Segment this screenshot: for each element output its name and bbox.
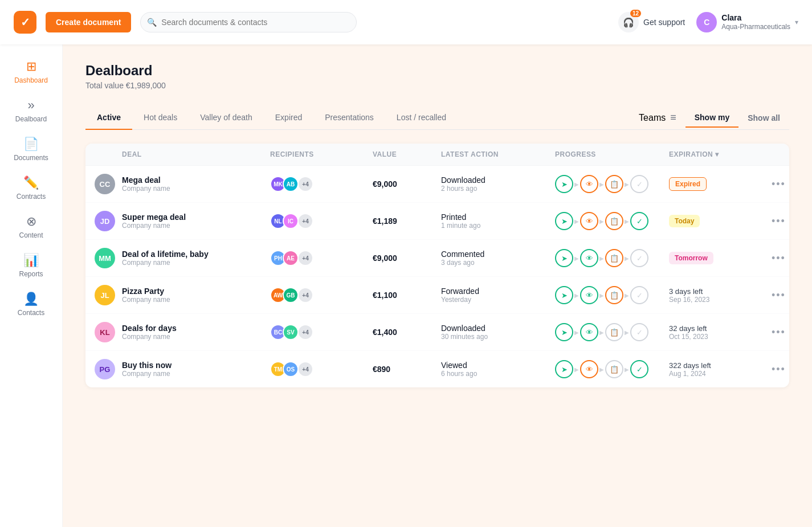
support-icon: 🎧 12 (618, 12, 639, 32)
recipient-avatar: AE (283, 250, 299, 266)
deal-avatar: KL (95, 322, 115, 342)
expiry-badge: Tomorrow (669, 252, 713, 264)
deal-info: Mega deal Company name (122, 175, 270, 193)
progress-signed-icon: ✓ (630, 249, 648, 267)
deal-company: Company name (122, 370, 270, 378)
progress-cell: ➤ ▶ 👁 ▶ 📋 ▶ ✓ (555, 286, 669, 304)
action-cell: Printed 1 minute ago (441, 213, 555, 230)
tab-active[interactable]: Active (85, 106, 132, 130)
more-menu-button[interactable]: ••• (772, 326, 789, 338)
deal-name[interactable]: Buy this now (122, 361, 270, 370)
progress-sent-icon: ➤ (555, 286, 573, 304)
th-progress: Progress (555, 150, 669, 158)
deal-name[interactable]: Super mega deal (122, 213, 270, 222)
tab-valley[interactable]: Valley of death (189, 106, 264, 130)
deal-name[interactable]: Pizza Party (122, 287, 270, 296)
th-value: Value (373, 150, 441, 158)
deal-info: Super mega deal Company name (122, 213, 270, 230)
more-menu-button[interactable]: ••• (772, 363, 789, 375)
show-my-button[interactable]: Show my (685, 108, 738, 128)
progress-signed-icon: ✓ (630, 212, 648, 230)
progress-sent-icon: ➤ (555, 175, 573, 193)
expiry-badge: Expired (669, 177, 707, 191)
progress-interacted-icon: 📋 (605, 175, 623, 193)
progress-viewed-icon: 👁 (580, 360, 598, 378)
more-menu-button[interactable]: ••• (772, 252, 789, 264)
deal-info: Pizza Party Company name (122, 287, 270, 304)
deal-name[interactable]: Deal of a lifetime, baby (122, 250, 270, 259)
tab-presentations[interactable]: Presentations (313, 106, 385, 130)
th-recipients: Recipients (270, 150, 373, 158)
table-header: Deal Recipients Value Latest action Prog… (85, 144, 789, 166)
sidebar-item-dashboard[interactable]: ⊞ Dashboard (0, 54, 62, 90)
sidebar-item-documents[interactable]: 📄 Documents (0, 131, 62, 168)
more-menu-button[interactable]: ••• (772, 215, 789, 227)
dealboard-icon: » (27, 98, 34, 113)
support-label: Get support (643, 18, 685, 27)
deal-info: Deals for days Company name (122, 324, 270, 341)
show-all-button[interactable]: Show all (738, 108, 789, 127)
table-row: JL Pizza Party Company name AW GB +4 €1,… (85, 277, 789, 314)
dashboard-icon: ⊞ (26, 59, 36, 74)
deal-company: Company name (122, 296, 270, 304)
recipients-cell: PH AE +4 (270, 250, 373, 266)
tab-hot-deals[interactable]: Hot deals (132, 106, 189, 130)
action-cell: Commented 3 days ago (441, 250, 555, 267)
recipient-avatar: SV (283, 324, 299, 340)
get-support-button[interactable]: 🎧 12 Get support (618, 12, 685, 32)
recipients-more: +4 (297, 287, 313, 303)
expiry-cell: 32 days left Oct 15, 2023 (669, 324, 772, 341)
reports-icon: 📊 (23, 253, 39, 268)
recipients-more: +4 (297, 361, 313, 377)
sidebar-label-reports: Reports (19, 270, 43, 278)
user-info: Clara Aqua-Pharmaceuticals (721, 13, 790, 32)
deal-company: Company name (122, 185, 270, 193)
sidebar-label-contacts: Contacts (18, 309, 44, 317)
deal-name[interactable]: Mega deal (122, 175, 270, 185)
th-actions (772, 150, 789, 158)
recipient-avatar: OS (283, 361, 299, 377)
sidebar-item-contracts[interactable]: ✏️ Contracts (0, 170, 62, 206)
topnav: ✓ Create document 🔍 🎧 12 Get support C C… (0, 0, 812, 44)
teams-filter[interactable]: Teams ≡ (639, 112, 676, 124)
deal-info: Deal of a lifetime, baby Company name (122, 250, 270, 267)
progress-signed-icon: ✓ (630, 175, 648, 193)
sidebar-item-reports[interactable]: 📊 Reports (0, 247, 62, 284)
progress-interacted-icon: 📋 (605, 286, 623, 304)
sidebar-item-contacts[interactable]: 👤 Contacts (0, 286, 62, 322)
search-input[interactable] (140, 12, 357, 32)
recipients-cell: NL IC +4 (270, 213, 373, 229)
sidebar-item-dealboard[interactable]: » Dealboard (0, 92, 62, 129)
deal-avatar: JL (95, 285, 115, 305)
tab-expired[interactable]: Expired (264, 106, 313, 130)
value-cell: €1,189 (373, 216, 441, 226)
page-subtitle: Total value €1,989,000 (85, 81, 789, 90)
th-avatar (95, 150, 122, 158)
progress-sent-icon: ➤ (555, 212, 573, 230)
user-menu[interactable]: C Clara Aqua-Pharmaceuticals ▾ (696, 12, 798, 32)
page-title: Dealboard (85, 63, 789, 79)
search-icon: 🔍 (147, 18, 157, 27)
value-cell: €9,000 (373, 254, 441, 263)
progress-viewed-icon: 👁 (580, 249, 598, 267)
arrow-icon: ▶ (625, 181, 629, 187)
more-menu-button[interactable]: ••• (772, 178, 789, 190)
sidebar: ⊞ Dashboard » Dealboard 📄 Documents ✏️ C… (0, 44, 63, 527)
value-cell: €890 (373, 365, 441, 374)
table-row: KL Deals for days Company name BC SV +4 … (85, 314, 789, 351)
deal-avatar: CC (95, 174, 115, 194)
value-cell: €9,000 (373, 179, 441, 189)
tab-lost[interactable]: Lost / recalled (385, 106, 458, 130)
notification-badge: 12 (630, 10, 641, 17)
table-row: PG Buy this now Company name TM OS +4 €8… (85, 351, 789, 387)
progress-cell: ➤ ▶ 👁 ▶ 📋 ▶ ✓ (555, 175, 669, 193)
sidebar-item-content[interactable]: ⊗ Content (0, 209, 62, 245)
progress-signed-icon: ✓ (630, 286, 648, 304)
progress-viewed-icon: 👁 (580, 323, 598, 341)
tabs-row: Active Hot deals Valley of death Expired… (85, 106, 789, 130)
deal-name[interactable]: Deals for days (122, 324, 270, 333)
create-document-button[interactable]: Create document (46, 12, 131, 32)
expiry-cell: Expired (669, 177, 772, 191)
sidebar-label-dashboard: Dashboard (14, 76, 48, 84)
more-menu-button[interactable]: ••• (772, 289, 789, 301)
